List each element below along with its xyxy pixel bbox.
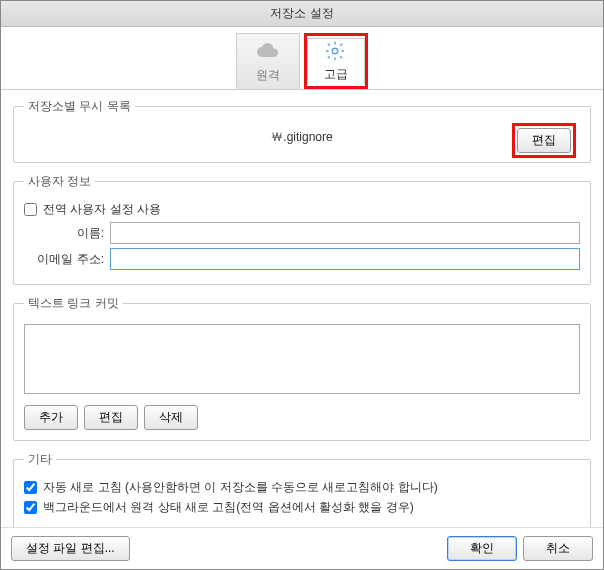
use-global-label: 전역 사용자 설정 사용 <box>43 201 161 218</box>
cancel-button[interactable]: 취소 <box>523 536 593 561</box>
textlink-legend: 텍스트 링크 커밋 <box>24 295 123 312</box>
ignore-row: ￦.gitignore 편집 <box>24 123 580 152</box>
bg-refresh-label: 백그라운드에서 원격 상태 새로 고침(전역 옵션에서 활성화 했을 경우) <box>43 499 414 516</box>
bg-refresh-row: 백그라운드에서 원격 상태 새로 고침(전역 옵션에서 활성화 했을 경우) <box>24 499 580 516</box>
ignore-edit-button[interactable]: 편집 <box>517 128 571 153</box>
auto-refresh-label: 자동 새로 고침 (사용안함하면 이 저장소를 수동으로 새로고침해야 합니다) <box>43 479 438 496</box>
name-input[interactable] <box>110 222 580 244</box>
tab-advanced-label: 고급 <box>324 66 348 83</box>
user-info-fieldset: 사용자 정보 전역 사용자 설정 사용 이름: 이메일 주소: <box>13 173 591 285</box>
textlink-add-button[interactable]: 추가 <box>24 405 78 430</box>
auto-refresh-row: 자동 새로 고침 (사용안함하면 이 저장소를 수동으로 새로고침해야 합니다) <box>24 479 580 496</box>
user-info-legend: 사용자 정보 <box>24 173 95 190</box>
tab-advanced-highlight: 고급 <box>304 33 368 89</box>
tab-remote-label: 원격 <box>256 67 280 84</box>
edit-button-highlight: 편집 <box>512 123 576 158</box>
email-label: 이메일 주소: <box>24 251 104 268</box>
cloud-icon <box>256 39 280 63</box>
textlink-buttons: 추가 편집 삭제 <box>24 405 580 430</box>
dialog-content: 저장소별 무시 목록 ￦.gitignore 편집 사용자 정보 전역 사용자 … <box>1 90 603 527</box>
ignore-path-label: ￦.gitignore <box>24 129 580 146</box>
tab-remote[interactable]: 원격 <box>236 33 300 89</box>
use-global-checkbox[interactable] <box>24 203 37 216</box>
other-legend: 기타 <box>24 451 56 468</box>
dialog-title: 저장소 설정 <box>1 1 603 27</box>
textlink-textarea[interactable] <box>24 324 580 394</box>
auto-refresh-checkbox[interactable] <box>24 481 37 494</box>
tab-bar: 원격 고급 <box>1 27 603 90</box>
use-global-row: 전역 사용자 설정 사용 <box>24 201 580 218</box>
ok-button[interactable]: 확인 <box>447 536 517 561</box>
bg-refresh-checkbox[interactable] <box>24 501 37 514</box>
name-row: 이름: <box>24 222 580 244</box>
edit-config-button[interactable]: 설정 파일 편집... <box>11 536 130 561</box>
other-fieldset: 기타 자동 새로 고침 (사용안함하면 이 저장소를 수동으로 새로고침해야 합… <box>13 451 591 527</box>
svg-point-0 <box>332 48 338 54</box>
gear-icon <box>324 40 348 64</box>
dialog-footer: 설정 파일 편집... 확인 취소 <box>1 527 603 569</box>
textlink-delete-button[interactable]: 삭제 <box>144 405 198 430</box>
ignore-list-legend: 저장소별 무시 목록 <box>24 98 135 115</box>
repository-settings-dialog: 저장소 설정 원격 고급 저장소별 무시 목록 ￦.gitignore 편집 <box>0 0 604 570</box>
ignore-list-fieldset: 저장소별 무시 목록 ￦.gitignore 편집 <box>13 98 591 163</box>
tab-advanced[interactable]: 고급 <box>307 38 365 85</box>
textlink-edit-button[interactable]: 편집 <box>84 405 138 430</box>
textlink-fieldset: 텍스트 링크 커밋 추가 편집 삭제 <box>13 295 591 441</box>
email-row: 이메일 주소: <box>24 248 580 270</box>
name-label: 이름: <box>24 225 104 242</box>
email-input[interactable] <box>110 248 580 270</box>
